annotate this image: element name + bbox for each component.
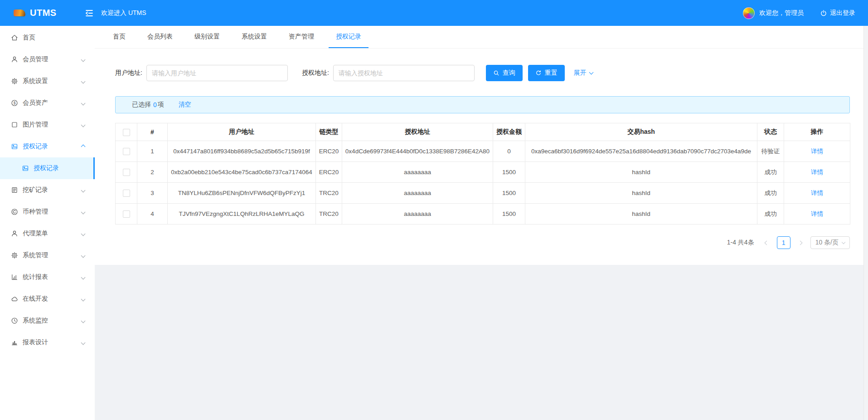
logo-icon — [14, 10, 25, 16]
tab-auth-records[interactable]: 授权记录 — [329, 26, 369, 48]
amount-cell: 0 — [493, 141, 525, 162]
tab-level-settings[interactable]: 级别设置 — [187, 26, 227, 48]
tx-hash-cell: 0xa9eca6bf3016d9f6924de557e25a16d8804edd… — [525, 141, 757, 162]
user-address-label: 用户地址: — [115, 69, 142, 77]
prev-page-button[interactable] — [761, 236, 772, 249]
col-chain-type: 链类型 — [316, 123, 342, 141]
avatar[interactable] — [743, 7, 755, 19]
sidebar-subitem-auth-records[interactable]: 授权记录 — [0, 157, 95, 179]
sidebar-item-image-management[interactable]: 图片管理 — [0, 114, 95, 136]
top-header: UTMS 欢迎进入 UTMS 欢迎您，管理员 退出登录 — [0, 0, 868, 26]
bar-chart-icon — [11, 273, 18, 281]
detail-link[interactable]: 详情 — [811, 169, 823, 176]
page-size-select[interactable]: 10 条/页 — [810, 236, 850, 249]
chain-type-cell: TRC20 — [316, 183, 342, 204]
square-icon — [11, 121, 18, 128]
detail-link[interactable]: 详情 — [811, 210, 823, 217]
row-checkbox[interactable] — [123, 210, 130, 218]
checkbox-cell — [116, 204, 137, 225]
filter-bar: 用户地址: 授权地址: 查询 重置 展开 — [95, 49, 868, 81]
scrollbar[interactable] — [863, 26, 868, 420]
amount-cell: 1500 — [493, 162, 525, 183]
welcome-text: 欢迎进入 UTMS — [101, 9, 146, 17]
sidebar-item-member-assets[interactable]: $ 会员资产 — [0, 92, 95, 114]
chevron-up-icon — [81, 145, 86, 149]
row-checkbox[interactable] — [123, 169, 130, 176]
reset-button[interactable]: 重置 — [528, 65, 565, 81]
next-page-button[interactable] — [795, 236, 806, 249]
sidebar-item-label: 挖矿记录 — [23, 186, 48, 194]
logout-label: 退出登录 — [830, 9, 855, 17]
sidebar-item-label: 币种管理 — [23, 208, 48, 216]
user-address-cell: TN8YLHu6ZB6sPENnjDfnVFW6dQFByPFzYj1 — [168, 183, 316, 204]
search-button[interactable]: 查询 — [486, 65, 523, 81]
tx-hash-cell: hashId — [525, 162, 757, 183]
expand-toggle[interactable]: 展开 — [574, 69, 593, 77]
row-checkbox[interactable] — [123, 190, 130, 197]
selection-bar: 已选择 0 项 清空 — [115, 96, 850, 113]
sidebar-item-auth-records[interactable]: 授权记录 — [0, 136, 95, 157]
amount-cell: 1500 — [493, 183, 525, 204]
logout-button[interactable]: 退出登录 — [820, 9, 855, 17]
svg-text:$: $ — [14, 101, 16, 105]
row-checkbox[interactable] — [123, 148, 130, 155]
col-tx-hash: 交易hash — [525, 123, 757, 141]
selection-count: 0 — [153, 101, 157, 108]
sidebar-item-statistics-reports[interactable]: 统计报表 — [0, 266, 95, 288]
search-button-label: 查询 — [503, 69, 515, 77]
user-address-input[interactable] — [146, 65, 288, 81]
chevron-left-icon — [765, 240, 769, 245]
index-cell: 1 — [137, 141, 168, 162]
auth-address-cell: 0x4dCde69973f4E444b0fD0c1338E98B7286E42A… — [342, 141, 493, 162]
sidebar-item-system-monitor[interactable]: 系统监控 — [0, 310, 95, 332]
sidebar-item-agent-menu[interactable]: 代理菜单 — [0, 223, 95, 244]
chain-type-cell: TRC20 — [316, 204, 342, 225]
selection-suffix: 项 — [158, 101, 164, 109]
sidebar-item-home[interactable]: 首页 — [0, 27, 95, 49]
main-area: 首页 会员列表 级别设置 系统设置 资产管理 授权记录 用户地址: 授权地址: … — [95, 26, 868, 420]
sidebar-subitem-label: 授权记录 — [34, 164, 59, 172]
chevron-down-icon — [81, 123, 86, 127]
auth-address-input[interactable] — [333, 65, 475, 81]
page-number[interactable]: 1 — [777, 236, 790, 249]
status-cell: 成功 — [757, 183, 784, 204]
amount-cell: 1500 — [493, 204, 525, 225]
select-all-checkbox[interactable] — [123, 129, 130, 136]
header-right: 欢迎您，管理员 退出登录 — [743, 7, 868, 19]
sidebar-item-online-dev[interactable]: 在线开发 — [0, 288, 95, 310]
dollar-circle-icon: $ — [11, 99, 18, 107]
clock-icon — [11, 317, 18, 324]
menu-fold-icon[interactable] — [85, 9, 94, 18]
detail-link[interactable]: 详情 — [811, 148, 823, 155]
tab-system-settings[interactable]: 系统设置 — [234, 26, 274, 48]
home-icon — [11, 34, 18, 41]
brand[interactable]: UTMS — [0, 8, 84, 18]
checkbox-cell — [116, 183, 137, 204]
pagination-total: 1-4 共4条 — [727, 239, 754, 247]
sidebar-item-member-management[interactable]: 会员管理 — [0, 49, 95, 70]
tab-member-list[interactable]: 会员列表 — [140, 26, 180, 48]
col-user-address: 用户地址 — [168, 123, 316, 141]
col-auth-address: 授权地址 — [342, 123, 493, 141]
sidebar-item-report-design[interactable]: 报表设计 — [0, 332, 95, 353]
detail-link[interactable]: 详情 — [811, 190, 823, 196]
sidebar-item-label: 在线开发 — [23, 295, 48, 303]
sidebar-item-mining-records[interactable]: 挖矿记录 — [0, 179, 95, 201]
clear-selection-link[interactable]: 清空 — [179, 101, 191, 109]
tab-asset-management[interactable]: 资产管理 — [281, 26, 321, 48]
sidebar-item-system-settings[interactable]: 系统设置 — [0, 70, 95, 92]
sidebar-item-label: 授权记录 — [23, 142, 48, 151]
tx-hash-cell: hashId — [525, 204, 757, 225]
chevron-down-icon — [842, 240, 845, 244]
chain-type-cell: ERC20 — [316, 141, 342, 162]
sidebar-item-system-management[interactable]: 系统管理 — [0, 244, 95, 266]
tab-home[interactable]: 首页 — [106, 26, 133, 48]
auth-address-label: 授权地址: — [302, 69, 329, 77]
chevron-down-icon — [81, 58, 86, 62]
table-row: 4 TJVfn97VEzgngXtC1LQhRzLRHA1eMYLaQG TRC… — [116, 204, 850, 225]
chevron-right-icon — [798, 240, 803, 245]
col-index: # — [137, 123, 168, 141]
checkbox-cell — [116, 162, 137, 183]
status-cell: 成功 — [757, 204, 784, 225]
sidebar-item-coin-management[interactable]: 币种管理 — [0, 201, 95, 223]
